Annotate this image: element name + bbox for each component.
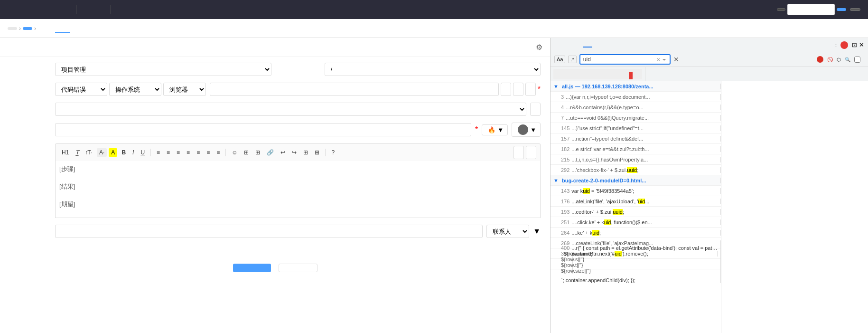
bugtype-row: 代码错误 操作系统 浏览器 * bbox=[9, 83, 541, 96]
devtools-tab-elements[interactable] bbox=[554, 43, 564, 48]
toolbar-font[interactable]: T̲ bbox=[73, 148, 81, 157]
settings-icon[interactable]: ⚙ bbox=[536, 43, 542, 52]
back-button[interactable] bbox=[279, 264, 317, 272]
search-history-icon[interactable]: ⏷ bbox=[662, 57, 667, 62]
section-bug-create[interactable]: ▼ bug-create-2-0-moduleID=0.html... bbox=[551, 175, 721, 186]
tab-bug[interactable] bbox=[55, 24, 70, 33]
tab-case[interactable] bbox=[70, 24, 85, 33]
filter-icon-btn[interactable]: ⬡ bbox=[837, 57, 841, 62]
bug-number-input[interactable] bbox=[787, 4, 835, 15]
load-all-users-btn[interactable] bbox=[530, 103, 541, 116]
save-template-btn[interactable] bbox=[513, 146, 524, 159]
nr-waterfall-${i} bbox=[561, 274, 718, 277]
toolbar-emoji[interactable]: ☺ bbox=[229, 148, 240, 157]
form-header: ⚙ bbox=[0, 38, 550, 57]
breadcrumb-project-mgmt[interactable] bbox=[23, 27, 32, 30]
apply-template-btn[interactable] bbox=[526, 146, 536, 159]
section-all-js[interactable]: ▼ all.js — 192.168.139.128:8080/zenta... bbox=[551, 81, 721, 92]
toolbar-align-center[interactable]: ≡ bbox=[164, 148, 172, 157]
toolbar-highlight-a[interactable]: A bbox=[109, 148, 117, 157]
toolbar-italic[interactable]: I bbox=[130, 148, 136, 157]
result-row-264[interactable]: 264....ke' + kuid; bbox=[551, 228, 721, 238]
search-group: Aa .* ✕ ⏷ bbox=[554, 54, 671, 65]
browser-select[interactable]: 浏览器 bbox=[163, 83, 206, 96]
record-btn[interactable] bbox=[817, 56, 823, 63]
preserve-log-checkbox[interactable] bbox=[854, 57, 860, 63]
user-menu-btn[interactable] bbox=[850, 8, 860, 11]
toolbar-image[interactable]: ⊞ bbox=[253, 148, 262, 157]
toolbar-redo[interactable]: ↪ bbox=[289, 148, 299, 157]
toolbar-code[interactable]: ⊞ bbox=[301, 148, 310, 157]
breadcrumb-arrow-2: › bbox=[34, 25, 36, 32]
search-icon-btn[interactable]: 🔍 bbox=[845, 57, 850, 62]
breadcrumb-test-home[interactable] bbox=[8, 27, 17, 30]
result-row-251[interactable]: 251....click.ke' + kuid, function()($.en… bbox=[551, 217, 721, 228]
cc-input[interactable] bbox=[55, 225, 483, 238]
create-version-btn[interactable] bbox=[501, 83, 511, 96]
toolbar-bold[interactable]: B bbox=[119, 148, 128, 157]
result-row-193[interactable]: 193...ceditor-' + $.zui.uuid; bbox=[551, 207, 721, 217]
priority-selector[interactable]: ▼ bbox=[512, 123, 541, 137]
stop-btn[interactable]: 🚫 bbox=[827, 57, 833, 62]
search-input[interactable] bbox=[583, 56, 654, 63]
tab-suite[interactable] bbox=[101, 24, 116, 33]
search-close-btn[interactable]: ✕ bbox=[673, 56, 679, 63]
toolbar-table[interactable]: ⊞ bbox=[242, 148, 251, 157]
editor-body[interactable]: [步骤] [结果] [期望] bbox=[55, 161, 541, 218]
bug-title-input[interactable] bbox=[55, 123, 471, 136]
result-row-3[interactable]: 3...){var n,r,i=typeof t,o=e.document... bbox=[551, 92, 721, 102]
refresh-btn[interactable] bbox=[513, 83, 523, 96]
toolbar-fullscreen[interactable]: ⊞ bbox=[312, 148, 322, 157]
result-row-4[interactable]: 4...r&&b.contains(r,i)&&(e.type=o... bbox=[551, 102, 721, 113]
go-button[interactable] bbox=[837, 8, 846, 11]
toolbar-help[interactable]: ? bbox=[329, 148, 337, 157]
result-row-292[interactable]: 292...'checkbox-fix-' + $.zui.uuid; bbox=[551, 165, 721, 175]
assign-select[interactable] bbox=[55, 103, 526, 116]
section-all-js-toggle[interactable]: ▼ bbox=[553, 84, 559, 89]
bugtype-select[interactable]: 代码错误 bbox=[55, 83, 107, 96]
result-row-400[interactable]: 400...r(" { const path = el.getAttribute… bbox=[551, 259, 721, 269]
devtools-tab-console[interactable] bbox=[564, 43, 573, 48]
tab-testlist[interactable] bbox=[85, 24, 101, 33]
devtools-more-icon[interactable]: ⋮ bbox=[833, 42, 839, 48]
toolbar-color-a[interactable]: A· bbox=[97, 148, 107, 157]
toolbar-undo[interactable]: ↩ bbox=[278, 148, 288, 157]
result-251-name: 251....click.ke' + kuid, function()($.en… bbox=[558, 219, 721, 225]
section-bug-toggle[interactable]: ▼ bbox=[553, 178, 559, 183]
toolbar-link[interactable]: 🔗 bbox=[264, 148, 276, 157]
toolbar-ul[interactable]: ≡ bbox=[194, 148, 202, 157]
toolbar-rt[interactable]: rT· bbox=[83, 148, 95, 157]
filter-aa-btn[interactable]: Aa bbox=[554, 56, 565, 63]
toolbar-align-right[interactable]: ≡ bbox=[174, 148, 182, 157]
save-button[interactable] bbox=[233, 264, 271, 272]
result-row-182[interactable]: 182...e strict';var e=t&&t.zui?t.zui:th.… bbox=[551, 144, 721, 154]
result-row-215[interactable]: 215...t,i,n,o,s={}.hasOwnProperty,a... bbox=[551, 154, 721, 165]
affect-version-input[interactable] bbox=[210, 83, 499, 96]
result-row-143[interactable]: 143var kuid = '5f49f383544a5'; bbox=[551, 186, 721, 196]
devtools-dock-icon[interactable]: ⊡ bbox=[852, 41, 857, 48]
severity-selector[interactable]: 🔥 ▼ bbox=[482, 124, 508, 135]
devtools-close-icon[interactable]: ✕ bbox=[859, 41, 864, 48]
search-clear-icon[interactable]: ✕ bbox=[656, 57, 660, 62]
toolbar-outdent[interactable]: ≡ bbox=[214, 148, 222, 157]
toolbar-align-left[interactable]: ≡ bbox=[154, 148, 162, 157]
product-select[interactable]: 项目管理 bbox=[55, 63, 271, 76]
devtools-tabs: ⋮ ⊡ ✕ bbox=[551, 38, 868, 52]
result-row-145[interactable]: 145...)"use strict";if("undefined"=t... bbox=[551, 123, 721, 133]
toolbar-h1[interactable]: H1 bbox=[59, 148, 71, 157]
result-row-7[interactable]: 7...ute===void 0&&(!jQuery.migrate... bbox=[551, 113, 721, 123]
bug-type-btn[interactable] bbox=[777, 8, 785, 11]
tab-report[interactable] bbox=[116, 24, 131, 33]
module-select[interactable]: / bbox=[325, 63, 541, 76]
toolbar-ol[interactable]: ≡ bbox=[184, 148, 192, 157]
filter-regex-btn[interactable]: .* bbox=[568, 56, 576, 63]
cc-type-select[interactable]: 联系人 bbox=[486, 225, 529, 238]
os-select[interactable]: 操作系统 bbox=[109, 83, 161, 96]
all-btn[interactable] bbox=[525, 83, 536, 96]
devtools-tab-sources[interactable] bbox=[573, 43, 583, 48]
toolbar-underline[interactable]: U bbox=[138, 148, 147, 157]
devtools-tab-network[interactable] bbox=[583, 43, 592, 48]
toolbar-indent[interactable]: ≡ bbox=[204, 148, 212, 157]
result-row-157[interactable]: 157...nction"=typeof define&&def... bbox=[551, 133, 721, 144]
result-row-176[interactable]: 176...ateLink('file', 'ajaxUpload', 'uid… bbox=[551, 196, 721, 207]
